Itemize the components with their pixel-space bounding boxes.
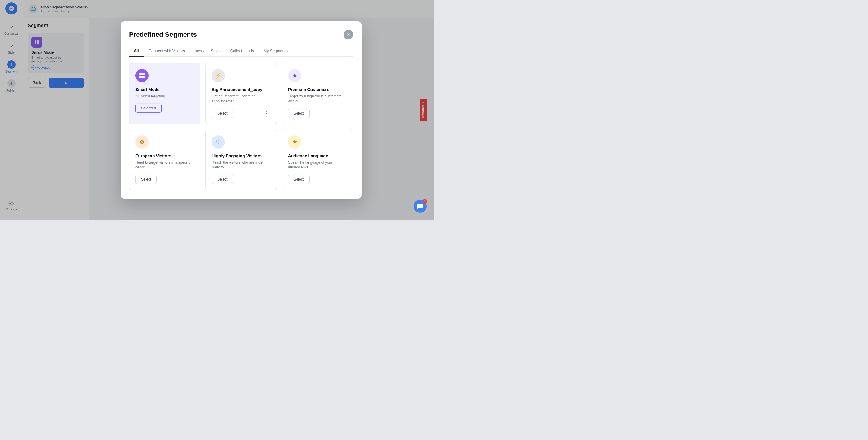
audience-card-desc: Speak the language of your audience wit.…	[288, 160, 347, 170]
tab-connect[interactable]: Connect with Visitors	[144, 45, 190, 57]
engaging-select-button[interactable]: Select	[212, 175, 233, 184]
european-card-actions: Select	[135, 175, 194, 184]
audience-select-button[interactable]: Select	[288, 175, 310, 184]
premium-card-icon: ★	[288, 69, 301, 82]
engaging-card-desc: Reach the visitors who are most likely t…	[212, 160, 270, 170]
tab-connect-label: Connect with Visitors	[149, 49, 185, 53]
tab-my-segments-label: My Segments	[264, 49, 287, 53]
big-announcement-more-button[interactable]: ⋮	[262, 109, 271, 118]
smart-mode-card-desc: AI Based targeting.	[135, 94, 194, 99]
audience-card-actions: Select	[288, 175, 347, 184]
smart-mode-card-title: Smart Mode	[135, 87, 194, 92]
tab-leads-label: Collect Leads	[230, 49, 254, 53]
tab-all[interactable]: All	[129, 45, 144, 57]
big-announcement-card-actions: Select ⋮	[212, 109, 270, 118]
tab-all-label: All	[134, 49, 139, 53]
segments-grid: Smart Mode AI Based targeting. Selected …	[129, 63, 353, 190]
segment-card-big-announcement: ⚡ Big Announcement_copy Got an important…	[205, 63, 277, 124]
european-card-icon: ⊘	[135, 135, 149, 149]
segment-card-highly-engaging: ♡ Highly Engaging Visitors Reach the vis…	[205, 129, 277, 190]
segment-card-audience-language: ★ Audience Language Speak the language o…	[282, 129, 353, 190]
tab-my-segments[interactable]: My Segments	[259, 45, 292, 57]
svg-rect-10	[142, 76, 145, 78]
tab-leads[interactable]: Collect Leads	[225, 45, 259, 57]
segment-card-premium-customers: ★ Premium Customers Target your high-val…	[282, 63, 353, 124]
smart-icon-svg	[138, 72, 145, 79]
close-icon: ×	[347, 32, 350, 37]
european-select-button[interactable]: Select	[135, 175, 157, 184]
audience-card-icon: ★	[288, 135, 301, 149]
big-announcement-card-desc: Got an important update or announcemen..…	[212, 94, 270, 104]
close-button[interactable]: ×	[344, 30, 353, 39]
tab-sales[interactable]: Increase Sales	[190, 45, 225, 57]
engaging-card-actions: Select	[212, 175, 270, 184]
compass-icon: ⊘	[140, 138, 144, 145]
modal-title: Predefined Segments	[129, 31, 197, 38]
big-announcement-select-button[interactable]: Select	[212, 109, 233, 118]
modal-tabs: All Connect with Visitors Increase Sales…	[129, 45, 353, 57]
modal-header: Predefined Segments ×	[129, 30, 353, 39]
smart-mode-card-actions: Selected	[135, 104, 194, 113]
premium-card-actions: Select	[288, 109, 347, 118]
chat-icon	[417, 203, 424, 210]
premium-card-title: Premium Customers	[288, 87, 347, 92]
big-announcement-card-icon: ⚡	[212, 69, 225, 82]
premium-select-button[interactable]: Select	[288, 109, 310, 118]
chat-badge: 1	[423, 199, 427, 204]
svg-rect-8	[142, 73, 145, 75]
heart-icon: ♡	[216, 138, 221, 145]
engaging-card-icon: ♡	[212, 135, 225, 149]
lightning-icon: ⚡	[215, 72, 221, 79]
premium-card-desc: Target your high-value customers with ou…	[288, 94, 347, 104]
smart-mode-card-icon	[135, 69, 149, 82]
star2-icon: ★	[292, 138, 297, 145]
tab-sales-label: Increase Sales	[195, 49, 221, 53]
audience-card-title: Audience Language	[288, 153, 347, 158]
european-card-title: European Visitors	[135, 153, 194, 158]
svg-rect-7	[139, 73, 142, 75]
big-announcement-card-title: Big Announcement_copy	[212, 87, 270, 92]
segment-card-european-visitors: ⊘ European Visitors Need to target visit…	[129, 129, 200, 190]
smart-mode-select-button[interactable]: Selected	[135, 104, 161, 113]
engaging-card-title: Highly Engaging Visitors	[212, 153, 270, 158]
chat-button[interactable]: 1	[413, 199, 427, 213]
svg-rect-9	[139, 76, 142, 78]
star-icon: ★	[292, 72, 297, 79]
european-card-desc: Need to target visitors in a specific ge…	[135, 160, 194, 170]
predefined-segments-modal: Predefined Segments × All Connect with V…	[121, 22, 362, 198]
segment-card-smart-mode: Smart Mode AI Based targeting. Selected	[129, 63, 200, 124]
